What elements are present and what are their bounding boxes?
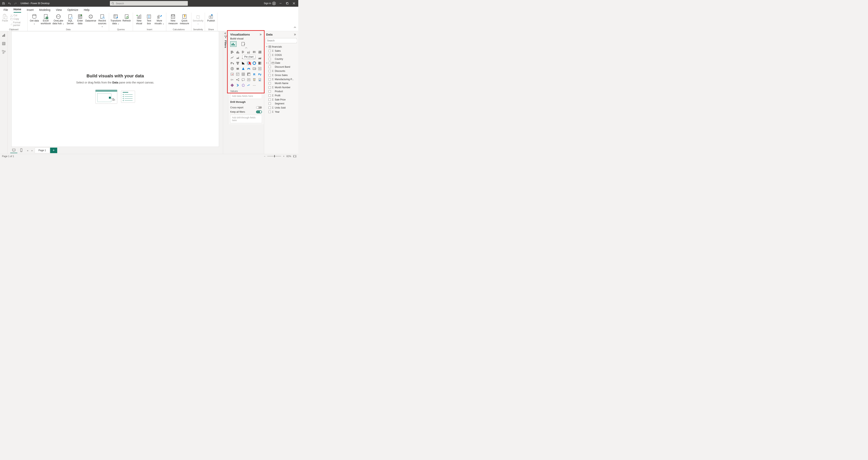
checkbox[interactable] [269,58,271,60]
data-search[interactable] [266,38,297,43]
power-automate-icon[interactable] [235,83,240,88]
new-measure-button[interactable]: New measure [168,13,178,25]
expand-filters-icon[interactable] [224,32,227,34]
tab-help[interactable]: Help [84,8,90,12]
transform-data-button[interactable]: Transform data ⌄ [111,13,121,25]
collapse-viz-icon[interactable] [259,34,262,35]
waterfall-icon[interactable] [230,61,235,65]
close-icon[interactable] [292,2,296,4]
card-icon[interactable]: 123 [252,66,257,71]
quick-measure-button[interactable]: Quick measure [179,13,190,25]
report-view-icon[interactable] [1,33,6,38]
tab-home[interactable]: Home [13,8,21,12]
tab-optimize[interactable]: Optimize [67,8,78,12]
field-discount-band[interactable]: Discount Band [265,65,298,69]
checkbox[interactable] [269,111,271,113]
multi-row-card-icon[interactable] [257,66,262,71]
desktop-layout-icon[interactable] [10,148,18,153]
text-box-button[interactable]: Text box [145,13,153,25]
format-painter-button[interactable]: Format painter [10,21,26,27]
field-sale-price[interactable]: ΣSale Price [265,97,298,102]
fit-page-icon[interactable] [293,155,296,157]
field-month-number[interactable]: ΣMonth Number [265,85,298,89]
get-data-button[interactable]: Get data ⌄ [29,13,39,25]
ribbon-chart-icon[interactable] [257,55,262,60]
funnel-icon[interactable] [235,61,240,65]
field-date[interactable]: Date [265,61,298,65]
checkbox[interactable] [269,98,271,101]
field-year[interactable]: ΣYear [265,110,298,114]
undo-icon[interactable] [7,1,11,5]
clustered-bar-icon[interactable] [241,50,246,55]
report-canvas[interactable]: Build visuals with your data Select or d… [11,31,219,147]
tab-view[interactable]: View [56,8,62,12]
field-sales[interactable]: ΣSales [265,49,298,53]
smart-narrative-icon[interactable] [246,78,251,82]
zoom-slider[interactable] [267,156,281,156]
checkbox[interactable] [269,66,271,68]
table-financials[interactable]: financials [265,45,298,49]
treemap-icon[interactable] [257,61,262,65]
more-visuals-button[interactable]: More visuals ⌄ [154,13,164,25]
table-view-icon[interactable] [1,41,6,46]
mobile-layout-icon[interactable] [18,148,25,153]
more-visuals-icon[interactable]: ⋯ [252,83,257,88]
chevron-up-icon[interactable] [245,47,247,49]
format-visual-tab[interactable] [240,41,246,47]
power-apps-icon[interactable] [230,83,235,88]
line-chart-icon[interactable] [230,55,235,60]
zoom-out-icon[interactable]: − [264,155,265,158]
field-cogs[interactable]: ΣCOGS [265,53,298,57]
search-input[interactable] [116,2,186,5]
decomposition-tree-icon[interactable] [235,78,240,82]
arcgis-icon[interactable] [241,83,246,88]
slicer-icon[interactable] [235,72,240,76]
stacked-column-100-icon[interactable] [257,50,262,55]
collapse-ribbon-icon[interactable] [293,26,296,28]
map-icon[interactable] [230,66,235,71]
area-chart-icon[interactable] [235,55,240,60]
field-units-sold[interactable]: ΣUnits Sold [265,105,298,110]
stacked-bar-icon[interactable] [230,50,235,55]
zoom-in-icon[interactable]: + [283,155,284,158]
gauge-icon[interactable] [246,66,251,71]
python-visual-icon[interactable]: Py [257,72,262,76]
dataverse-button[interactable]: Dataverse [86,13,96,22]
minimize-icon[interactable] [279,2,282,4]
sensitivity-button[interactable]: Sensitivity⌄ [193,13,203,25]
refresh-button[interactable]: Refresh [122,13,131,22]
checkbox[interactable] [269,78,271,81]
goals-icon[interactable] [252,78,257,82]
onelake-button[interactable]: OneLake data hub ⌄ [52,13,65,25]
checkbox[interactable] [269,90,271,93]
redo-icon[interactable] [13,1,18,5]
filled-map-icon[interactable] [235,66,240,71]
checkbox[interactable] [269,82,271,85]
filters-pane-collapsed[interactable]: Filters [223,31,228,154]
qa-visual-icon[interactable] [241,78,246,82]
checkbox[interactable] [269,102,271,105]
sql-button[interactable]: SQL Server [66,13,74,25]
field-profit[interactable]: ΣProfit [265,93,298,97]
paste-button[interactable]: Paste [2,13,8,22]
checkbox[interactable] [269,70,271,72]
field-manufacturing-p-[interactable]: ΣManufacturing P... [265,77,298,81]
field-country[interactable]: Country [265,57,298,61]
table-icon[interactable] [241,72,246,76]
tab-insert[interactable]: Insert [27,8,34,12]
build-visual-tab[interactable] [230,41,237,47]
add-page-button[interactable]: + [50,148,57,153]
page-tab-1[interactable]: Page 1 [35,148,50,153]
drill-drop[interactable]: Add drill-through fields here [230,115,262,123]
stacked-column-icon[interactable] [235,50,240,55]
field-product[interactable]: Product [265,89,298,93]
key-influencers-icon[interactable] [230,78,235,82]
tab-file[interactable]: File [4,8,8,12]
azure-map-icon[interactable] [241,66,246,71]
kpi-icon[interactable] [230,72,235,76]
checkbox[interactable] [269,86,271,89]
field-discounts[interactable]: ΣDiscounts [265,69,298,73]
field-segment[interactable]: Segment [265,102,298,105]
model-view-icon[interactable] [1,49,6,55]
cross-report-toggle[interactable]: Off [256,106,262,109]
